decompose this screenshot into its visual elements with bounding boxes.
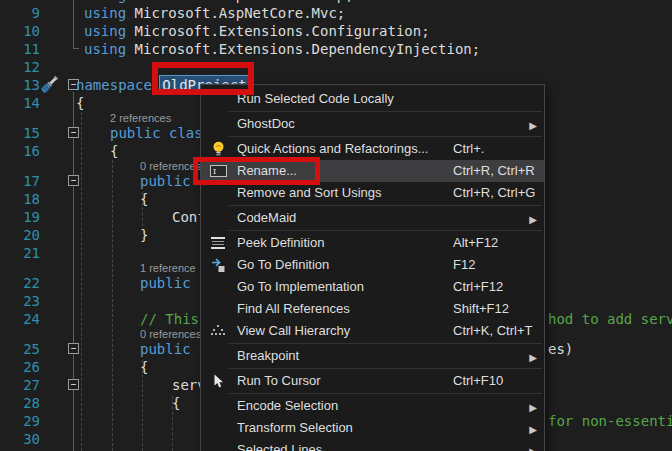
code-text-right-of-menu: for non-essential — [548, 412, 672, 430]
code-text: { — [76, 94, 84, 112]
line-number: 9 — [0, 4, 40, 22]
menu-item-view-call-hierarchy[interactable]: View Call HierarchyCtrl+K, Ctrl+T — [201, 320, 544, 342]
line-number: 27 — [0, 376, 40, 394]
menu-separator — [229, 343, 542, 344]
fold-collapse-icon[interactable] — [68, 175, 79, 186]
submenu-arrow-icon: ▶ — [529, 421, 537, 439]
menu-separator — [229, 230, 542, 231]
menu-item-shortcut: Ctrl+. — [453, 140, 484, 158]
menu-item-encode-selection[interactable]: Encode Selection▶ — [201, 395, 544, 417]
menu-item-shortcut: Ctrl+R, Ctrl+R — [453, 162, 535, 180]
line-number: 26 — [0, 358, 40, 376]
vs-editor-screenshot: using Microsoft.AspNetCore.Http;9using M… — [0, 0, 672, 451]
line-number: 28 — [0, 394, 40, 412]
menu-item-go-to-definition[interactable]: Go To DefinitionF12 — [201, 254, 544, 276]
menu-item-peek-definition[interactable]: Peek DefinitionAlt+F12 — [201, 232, 544, 254]
code-token: public class — [110, 125, 211, 141]
menu-item-ghostdoc[interactable]: GhostDoc▶ — [201, 113, 544, 135]
codelens-label: 0 references — [140, 160, 201, 172]
code-line: 10using Microsoft.Extensions.Configurati… — [0, 22, 672, 40]
code-text: using Microsoft.Extensions.DependencyInj… — [84, 40, 480, 58]
menu-item-label: Go To Implementation — [237, 278, 364, 296]
menu-item-label: Remove and Sort Usings — [237, 184, 382, 202]
code-token: public v — [140, 341, 207, 357]
line-number: 14 — [0, 94, 40, 112]
submenu-arrow-icon: ▶ — [529, 211, 537, 229]
code-text: public v — [140, 340, 207, 358]
oldproject-annotation-rect — [152, 62, 254, 95]
code-token: { — [110, 143, 118, 159]
code-token: { — [140, 359, 148, 375]
menu-item-label: Find All References — [237, 300, 350, 318]
menu-item-go-to-implementation[interactable]: Go To ImplementationCtrl+F12 — [201, 276, 544, 298]
line-number: 20 — [0, 226, 40, 244]
line-number: 15 — [0, 124, 40, 142]
code-token: { — [76, 95, 84, 111]
menu-item-label: Encode Selection — [237, 397, 338, 415]
submenu-arrow-icon: ▶ — [529, 399, 537, 417]
fold-collapse-icon[interactable] — [68, 343, 79, 354]
code-token: using — [84, 0, 126, 3]
menu-item-shortcut: Ctrl+R, Ctrl+G — [453, 184, 535, 202]
code-text-right-of-menu: es) — [548, 340, 573, 358]
code-token: Microsoft.AspNetCore.Http; — [126, 0, 354, 3]
menu-separator — [229, 111, 542, 112]
screwdriver-icon — [39, 74, 59, 96]
menu-item-selected-lines[interactable]: Selected Lines▶ — [201, 439, 544, 451]
line-number: 10 — [0, 22, 40, 40]
code-text: // This — [140, 310, 207, 328]
menu-item-shortcut: Alt+F12 — [453, 234, 498, 252]
menu-item-label: GhostDoc — [237, 115, 295, 133]
menu-separator — [229, 136, 542, 137]
menu-item-label: Breakpoint — [237, 347, 299, 365]
line-number: 25 — [0, 340, 40, 358]
line-number: 21 — [0, 244, 40, 262]
code-text: { — [140, 358, 148, 376]
menu-separator — [229, 205, 542, 206]
menu-item-remove-and-sort-usings[interactable]: Remove and Sort UsingsCtrl+R, Ctrl+G — [201, 182, 544, 204]
rename-annotation-rect — [193, 157, 320, 185]
code-token: 0 references — [140, 160, 201, 172]
code-token: using — [84, 41, 126, 57]
submenu-arrow-icon: ▶ — [529, 117, 537, 135]
menu-item-label: Run Selected Code Locally — [237, 90, 394, 108]
code-token: } — [140, 227, 148, 243]
code-token: public — [140, 275, 199, 291]
codelens-label: 0 references — [140, 328, 201, 340]
menu-separator — [229, 368, 542, 369]
code-token: Microsoft.Extensions.DependencyInjection… — [126, 41, 480, 57]
codelens-label: 1 reference — [140, 262, 196, 274]
line-number: 17 — [0, 172, 40, 190]
menu-item-breakpoint[interactable]: Breakpoint▶ — [201, 345, 544, 367]
code-text: { — [140, 190, 148, 208]
menu-item-find-all-references[interactable]: Find All ReferencesShift+F12 — [201, 298, 544, 320]
menu-item-label: Transform Selection — [237, 419, 353, 437]
code-token: public — [140, 173, 199, 189]
menu-item-label: Selected Lines — [237, 441, 322, 451]
menu-item-transform-selection[interactable]: Transform Selection▶ — [201, 417, 544, 439]
menu-item-shortcut: F12 — [453, 256, 475, 274]
fold-collapse-icon[interactable] — [68, 127, 79, 138]
fold-collapse-icon[interactable] — [68, 379, 79, 390]
submenu-arrow-icon: ▶ — [529, 349, 537, 367]
line-number: 22 — [0, 274, 40, 292]
code-token: 0 references — [140, 328, 201, 340]
menu-item-codemaid[interactable]: CodeMaid▶ — [201, 207, 544, 229]
submenu-arrow-icon: ▶ — [529, 443, 537, 451]
codelens-label: 2 references — [110, 112, 171, 124]
line-number: 24 — [0, 310, 40, 328]
menu-item-label: CodeMaid — [237, 209, 296, 227]
code-line: 12 — [0, 58, 672, 76]
code-text: public class — [110, 124, 211, 142]
code-text: { — [110, 142, 118, 160]
call-hierarchy-icon — [208, 323, 228, 339]
code-text: public I — [140, 274, 207, 292]
code-token: using — [84, 5, 126, 21]
code-line: 9using Microsoft.AspNetCore.Mvc; — [0, 4, 672, 22]
menu-item-label: Run To Cursor — [237, 372, 321, 390]
menu-item-run-to-cursor[interactable]: Run To CursorCtrl+F10 — [201, 370, 544, 392]
line-number: 29 — [0, 412, 40, 430]
code-text: public — [140, 172, 199, 190]
line-number: 12 — [0, 58, 40, 76]
code-text: { — [172, 394, 180, 412]
